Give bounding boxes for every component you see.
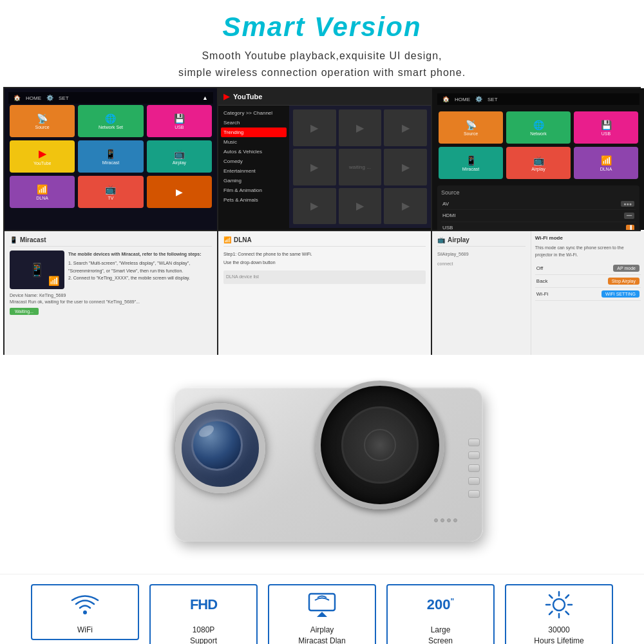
yt-entertainment[interactable]: Entertainment [221, 166, 287, 176]
youtube-title: YouTube [233, 93, 262, 100]
tile-network-label: Network Set [99, 125, 123, 129]
settings-home-grid: 📡 Source 🌐 Network 💾 USB 📱 Miracast 📺 [437, 110, 639, 180]
usb-icon: 💾 [174, 113, 185, 124]
tile-airplay[interactable]: 📺 Airplay [147, 140, 212, 173]
proj-button-3[interactable] [468, 464, 480, 472]
device-name: Device Name: KeTing_5689 [10, 293, 212, 298]
screen-feature-label: LargeScreen [428, 625, 453, 644]
airplay-title: Airplay [448, 236, 469, 243]
wifi-settings-items: Off AP mode Back Stop Airplay Wi-Fi WIFI… [535, 262, 641, 301]
yt-film[interactable]: Film & Animation [221, 185, 287, 195]
yt-thumb-4[interactable]: ▶ [293, 149, 336, 185]
play-icon-3: ▶ [402, 122, 410, 134]
yt-music[interactable]: Music [221, 137, 287, 147]
settings-network-tile[interactable]: 🌐 Network [506, 111, 571, 144]
main-title: Smart Version [13, 12, 631, 43]
youtube-body: Category >> Channel Search Trending Musi… [218, 106, 431, 228]
yt-autos[interactable]: Autos & Vehicles [221, 147, 287, 156]
dlna-placeholder: DLNA device list [223, 270, 426, 284]
yt-thumb-3[interactable]: ▶ [384, 109, 427, 146]
lens-inner [191, 419, 243, 471]
svg-line-8 [549, 595, 553, 598]
projector-buttons[interactable] [468, 439, 480, 498]
play-icon-8: ▶ [356, 200, 364, 212]
miracast-step1: 1. Search "Multi-screen", "Wireless disp… [68, 260, 212, 274]
vent-4 [453, 518, 457, 522]
phone-icon: 📱 [29, 262, 45, 278]
extra-icon: ▶ [176, 187, 183, 197]
wifi-setting-button[interactable]: WIFI SETTING [601, 290, 639, 298]
wifi-feature-icon [71, 594, 99, 616]
settings-airplay-tile[interactable]: 📺 Airplay [506, 147, 571, 179]
yt-trending[interactable]: Trending [221, 128, 287, 137]
yt-thumb-2[interactable]: ▶ [339, 109, 382, 146]
vent-1 [434, 518, 438, 522]
tile-dlna-label: DLNA [36, 196, 48, 200]
settings-usb-tile[interactable]: 💾 USB [574, 111, 638, 144]
tile-miracast[interactable]: 📱 Miracast [78, 140, 143, 173]
youtube-logo: ▶ [223, 92, 229, 101]
yt-category[interactable]: Category >> Channel [221, 108, 287, 118]
youtube-sidebar: Category >> Channel Search Trending Musi… [218, 106, 289, 228]
miracast-step2: 2. Connect to "KeTing_XXXX", the mobile … [68, 274, 212, 281]
subtitle-line2: simple wireless connection operation wit… [178, 67, 466, 78]
yt-comedy[interactable]: Comedy [221, 156, 287, 166]
settings-topbar: 🏠 HOME ⚙️ SET [437, 93, 639, 105]
waiting-text: waiting ... [349, 164, 371, 170]
set-label-2: SET [488, 97, 498, 102]
yt-pets[interactable]: Pets & Animals [221, 195, 287, 205]
miracast-steps: The mobile devices with Miracast, refer … [68, 251, 212, 289]
proj-button-5[interactable] [468, 490, 480, 498]
fhd-feature-label: 1080PSupport [190, 625, 217, 644]
yt-thumb-1[interactable]: ▶ [293, 109, 336, 146]
yt-thumb-6[interactable]: ▶ [384, 149, 427, 185]
airplay-feature-icon-area [306, 589, 338, 621]
ap-mode-button[interactable]: AP mode [613, 265, 639, 272]
miracast-title-icon: 📱 [10, 236, 17, 243]
tile-network[interactable]: 🌐 Network Set [78, 105, 143, 137]
youtube-toolbar: Menu Setting ⚙ Move Ok Play Back [218, 228, 431, 230]
svg-line-9 [566, 612, 569, 615]
hdmi-badge: ━━ [624, 213, 634, 219]
home-icon: 🏠 [14, 95, 21, 101]
proj-button-1[interactable] [468, 439, 480, 446]
fhd-icon: FHD [190, 596, 217, 613]
source-av[interactable]: AV ●●● [441, 198, 636, 210]
screen-feature-icon-area: 200" [424, 589, 457, 621]
panel-home: 🏠 HOME ⚙️ SET ▲ 📡 Source 🌐 Network Set 💾 [5, 88, 217, 230]
yt-thumb-8[interactable]: ▶ [339, 188, 382, 225]
source-panel: Source AV ●●● HDMI ━━ USB ▐ [437, 185, 639, 230]
settings-miracast-tile[interactable]: 📱 Miracast [439, 147, 503, 179]
yt-thumb-7[interactable]: ▶ [293, 188, 336, 225]
dlna-icon: 📶 [223, 236, 231, 243]
play-icon-1: ▶ [310, 122, 318, 134]
tile-extra1[interactable]: 📺 TV [78, 176, 143, 208]
youtube-main: ▶ ▶ ▶ ▶ waiting ... ▶ ▶ ▶ ▶ [289, 106, 431, 228]
panel-settings: 🏠 HOME ⚙️ SET 📡 Source 🌐 Network 💾 USB [432, 88, 644, 230]
settings-dlna-tile[interactable]: 📶 DLNA [574, 147, 638, 179]
settings-source-tile[interactable]: 📡 Source [439, 111, 503, 144]
proj-button-4[interactable] [468, 477, 480, 485]
tile-usb[interactable]: 💾 USB [147, 105, 212, 137]
airplay-section: 📺 Airplay SilAirplay_5689 connect [432, 231, 531, 360]
source-usb[interactable]: USB ▐ [441, 222, 636, 230]
tile-dlna[interactable]: 📶 DLNA [10, 176, 75, 208]
projector-vents [434, 518, 457, 522]
wifi-indicator: ▲ [202, 95, 208, 101]
yt-gaming[interactable]: Gaming [221, 176, 287, 185]
airplay-feature-label: AirplayMiracast Dlan [298, 625, 345, 644]
yt-search[interactable]: Search [221, 118, 287, 128]
yt-thumb-9[interactable]: ▶ [384, 188, 427, 225]
tile-youtube[interactable]: ▶ YouTube [10, 140, 75, 173]
source-hdmi[interactable]: HDMI ━━ [441, 210, 636, 222]
av-badge: ●●● [621, 201, 634, 207]
tile-source[interactable]: 📡 Source [10, 105, 75, 137]
stop-airplay-button[interactable]: Stop Airplay [608, 278, 639, 285]
proj-button-2[interactable] [468, 451, 480, 459]
wifi-feature-icon-area [69, 589, 101, 621]
wifi-signal: 📶 [48, 276, 59, 286]
tile-extra2[interactable]: ▶ [147, 176, 212, 208]
yt-thumb-5[interactable]: waiting ... [339, 149, 382, 185]
wifi-mode-title: Wi-Fi mode [535, 235, 641, 241]
tile-tv-label: TV [108, 196, 114, 200]
